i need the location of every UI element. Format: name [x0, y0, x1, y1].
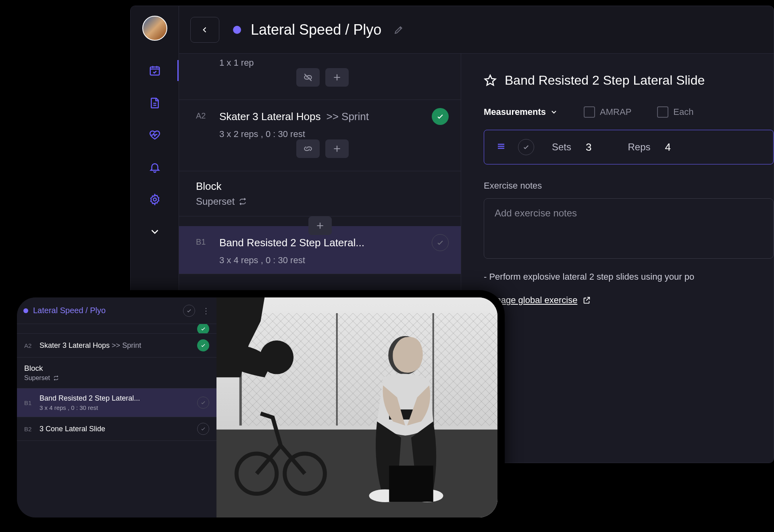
exercise-tag: B1	[24, 399, 34, 406]
check-icon	[522, 143, 530, 151]
mobile-header: Lateral Speed / Plyo ⋯	[17, 297, 216, 324]
plus-icon	[315, 220, 325, 231]
mobile-screen: Lateral Speed / Plyo ⋯ A2 Skater 3 Later…	[17, 297, 497, 517]
detail-panel: Band Resisted 2 Step Lateral Slide Measu…	[461, 54, 774, 463]
check-icon	[200, 343, 206, 348]
link-button[interactable]	[296, 139, 320, 158]
detail-title: Band Resisted 2 Step Lateral Slide	[505, 73, 705, 88]
reps-value: 4	[665, 141, 671, 154]
sets-value: 3	[586, 141, 591, 154]
sets-label: Sets	[552, 141, 571, 153]
add-button[interactable]	[325, 139, 349, 158]
svg-point-1	[153, 198, 156, 201]
exercise-meta: 3 x 4 reps , 0 : 30 rest	[40, 404, 191, 411]
exercise-tag: B2	[24, 426, 34, 432]
exercise-name: 3 Cone Lateral Slide	[40, 425, 191, 433]
mobile-preview: Lateral Speed / Plyo ⋯ A2 Skater 3 Later…	[10, 290, 505, 525]
each-checkbox[interactable]	[657, 106, 668, 118]
sets-reps-bar[interactable]: Sets 3 Reps 4	[484, 130, 774, 164]
document-icon	[149, 97, 161, 109]
exercise-name: Band Resisted 2 Step Lateral...	[40, 394, 191, 403]
status-badge-done[interactable]	[432, 108, 449, 125]
mobile-exercise-row[interactable]: B2 3 Cone Lateral Slide	[17, 417, 216, 441]
mobile-exercise-row[interactable]: A2 Skater 3 Lateral Hops >> Sprint	[17, 334, 216, 357]
check-icon	[436, 239, 444, 247]
status-badge-pending[interactable]	[197, 397, 209, 409]
gear-icon	[149, 193, 161, 206]
exercise-meta: 3 x 2 reps , 0 : 30 rest	[219, 129, 449, 139]
add-button[interactable]	[325, 68, 349, 87]
add-button[interactable]	[308, 216, 332, 235]
mobile-exercise-list: Lateral Speed / Plyo ⋯ A2 Skater 3 Later…	[17, 297, 216, 517]
status-dot	[233, 26, 241, 34]
video-thumbnail	[216, 297, 497, 517]
repeat-icon	[239, 197, 247, 206]
repeat-icon	[53, 375, 59, 381]
exercise-row[interactable]: A2 Skater 3 Lateral Hops >> Sprint 3 x 2…	[179, 100, 461, 171]
edit-icon[interactable]	[393, 25, 404, 35]
check-icon	[186, 308, 192, 314]
exercise-suffix: >> Sprint	[326, 110, 369, 123]
plus-icon	[332, 72, 342, 83]
status-badge-pending[interactable]	[197, 423, 209, 435]
amrap-label: AMRAP	[600, 107, 631, 117]
exercise-tag: A2	[24, 342, 34, 349]
exercise-description: - Perform explosive lateral 2 step slide…	[484, 272, 774, 282]
favorite-button[interactable]	[484, 74, 497, 87]
row-toolbar	[179, 216, 461, 235]
avatar[interactable]	[142, 16, 167, 41]
block-header[interactable]: Block Superset	[179, 171, 461, 216]
exercise-row-partial[interactable]: 1 x 1 rep	[179, 58, 461, 100]
sidebar-item-expand[interactable]	[131, 217, 179, 246]
more-button[interactable]: ⋯	[202, 307, 211, 314]
svg-rect-0	[150, 67, 159, 75]
sidebar-item-health[interactable]	[131, 121, 179, 150]
back-button[interactable]	[190, 17, 219, 43]
unlink-button[interactable]	[296, 68, 320, 87]
chevron-down-icon	[550, 108, 558, 116]
mobile-video-preview[interactable]	[216, 297, 497, 517]
status-badge-pending[interactable]	[432, 234, 449, 251]
sidebar-item-document[interactable]	[131, 88, 179, 117]
heart-pulse-icon	[149, 129, 161, 141]
chevron-down-icon	[149, 226, 161, 238]
external-link-icon	[582, 296, 591, 305]
sidebar-item-settings[interactable]	[131, 185, 179, 214]
measurements-dropdown[interactable]: Measurements	[484, 107, 558, 117]
notes-input[interactable]: Add exercise notes	[484, 198, 774, 259]
chevron-left-icon	[201, 24, 209, 35]
check-icon	[200, 326, 206, 332]
exercise-name: Skater 3 Lateral Hops	[219, 110, 320, 123]
block-label: Block	[24, 364, 209, 373]
mobile-exercise-row-selected[interactable]: B1 Band Resisted 2 Step Lateral... 3 x 4…	[17, 389, 216, 417]
measurements-row: Measurements AMRAP Each	[484, 106, 774, 118]
link-icon	[303, 143, 313, 154]
row-toolbar	[196, 68, 449, 91]
sidebar-item-notifications[interactable]	[131, 153, 179, 182]
drag-handle[interactable]	[496, 141, 506, 153]
amrap-checkbox[interactable]	[584, 106, 595, 118]
sidebar-item-calendar[interactable]	[131, 56, 179, 85]
mobile-row-partial[interactable]	[17, 324, 216, 334]
check-icon	[436, 112, 444, 121]
notes-label: Exercise notes	[484, 181, 774, 191]
exercise-name: Skater 3 Lateral Hops	[40, 341, 110, 349]
mobile-title: Lateral Speed / Plyo	[33, 306, 178, 315]
page-header: Lateral Speed / Plyo	[179, 6, 774, 54]
mobile-header-check[interactable]	[183, 305, 195, 317]
set-complete-toggle[interactable]	[518, 139, 534, 155]
menu-icon	[496, 141, 506, 151]
status-badge-done[interactable]	[197, 339, 209, 351]
check-icon	[200, 426, 206, 432]
block-label: Block	[196, 180, 444, 193]
exercise-meta: 1 x 1 rep	[219, 58, 449, 68]
star-icon	[484, 74, 497, 87]
page-title: Lateral Speed / Plyo	[251, 21, 381, 38]
svg-rect-15	[389, 466, 433, 502]
exercise-tag: B1	[196, 237, 206, 247]
mobile-block-header[interactable]: Block Superset	[17, 357, 216, 389]
block-sublabel: Superset	[24, 374, 50, 382]
status-badge-done	[197, 324, 209, 334]
manage-global-exercise-link[interactable]: Manage global exercise	[484, 295, 774, 305]
check-icon	[200, 400, 206, 405]
